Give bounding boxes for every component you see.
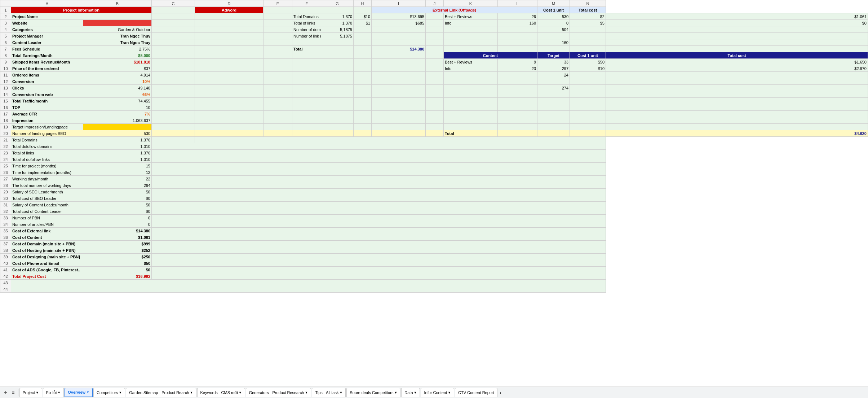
table-row: 44	[0, 286, 868, 293]
tab-keywords-cms-label: Keywords - CMS mới	[200, 390, 238, 395]
table-row: 28 The total number of working days 264	[0, 182, 868, 189]
add-sheet-button[interactable]: +	[2, 389, 9, 396]
col-header-l[interactable]: L	[498, 0, 537, 7]
tab-data-chevron[interactable]: ▼	[414, 391, 417, 394]
tabs-bar: + ≡ Project ▼ Fix lỗi ▼ Overview ▼ Compe…	[0, 386, 868, 398]
table-row: 33 Number of PBN 0	[0, 215, 868, 221]
tab-infor-content[interactable]: Infor Content ▼	[421, 388, 454, 397]
tab-tips-label: Tips - All task	[315, 390, 338, 395]
col-header-i[interactable]: I	[372, 0, 426, 7]
content-sub-header: Content	[444, 52, 537, 59]
table-row: 25 Time for project (months) 15	[0, 163, 868, 169]
tab-fix-loi-label: Fix lỗi	[46, 390, 57, 395]
col-header-j[interactable]: J	[426, 0, 444, 7]
spreadsheet: A B C D E F G H I J K L M N 1 Project In…	[0, 0, 868, 386]
totalcost-sub-header: Total cost	[606, 52, 868, 59]
tab-data[interactable]: Data ▼	[401, 388, 420, 397]
table-row: 39 Cost of Designing (main site + PBN] $…	[0, 254, 868, 260]
tab-fix-loi-chevron[interactable]: ▼	[57, 391, 61, 394]
target-sub-header: Target	[537, 52, 570, 59]
table-row: 7 Fees Schedule 2,75% Total $14.380	[0, 46, 868, 52]
col-header-row[interactable]	[0, 0, 11, 7]
col-header-h[interactable]: H	[354, 0, 372, 7]
table-row: 36 Cost of Content $1.061	[0, 234, 868, 241]
tab-infor-content-label: Infor Content	[424, 390, 447, 395]
table-row: 22 Total dofollow domains 1.010	[0, 143, 868, 150]
table-row: 14 Conversion from web 66%	[0, 91, 868, 98]
tab-generators[interactable]: Generators - Product Research ▼	[246, 388, 311, 397]
col-header-a[interactable]: A	[11, 0, 83, 7]
table-row: 1 Project Information Adword External Li…	[0, 7, 868, 13]
project-info-header: Project Information	[11, 7, 152, 13]
tab-soure-deals-chevron[interactable]: ▼	[394, 391, 397, 394]
tab-data-label: Data	[404, 390, 413, 395]
table-row: 27 Working days/month 22	[0, 176, 868, 182]
table-row: 5 Project Manager Tran Ngoc Thuy Number …	[0, 33, 868, 39]
tab-soure-deals[interactable]: Soure deals Competitors ▼	[346, 388, 400, 397]
table-row: 26 Time for implementation (months) 12	[0, 169, 868, 176]
total-project-cost-label: Total Project Cost	[11, 273, 83, 280]
tab-scroll-right[interactable]: ›	[498, 390, 503, 395]
table-row: 43	[0, 280, 868, 286]
table-row: 42 Total Project Cost $16.992	[0, 273, 868, 280]
table-row: 31 Salary of Content Leader/month $0	[0, 202, 868, 208]
tab-overview-chevron[interactable]: ▼	[86, 390, 89, 394]
table-row: 13 Clicks 49.140 274	[0, 85, 868, 91]
table-row: 30 Total cost of SEO Leader $0	[0, 195, 868, 202]
tab-garden-sitemap[interactable]: Garden Sitemap - Product Rearch ▼	[126, 388, 196, 397]
table-row: 10 Price of the item ordered $37 Info 23…	[0, 65, 868, 72]
table-row: 2 Project Name Total Domains 1.370 $10 $…	[0, 13, 868, 20]
tab-fix-loi[interactable]: Fix lỗi ▼	[43, 388, 64, 397]
tab-soure-deals-label: Soure deals Competitors	[350, 390, 393, 395]
table-row: 16 TOP 10	[0, 104, 868, 111]
table-row: 38 Cost of Hosting (main site + PBN) $25…	[0, 247, 868, 254]
table-row: 11 Ordered Items 4.914 24	[0, 72, 868, 78]
sheet-menu-button[interactable]: ≡	[9, 390, 17, 395]
table-row: 17 Average CTR 7%	[0, 111, 868, 117]
tab-ctv-content[interactable]: CTV Content Report	[455, 388, 497, 397]
tab-infor-content-chevron[interactable]: ▼	[448, 391, 451, 394]
column-headers: A B C D E F G H I J K L M N	[0, 0, 868, 7]
tab-separator	[18, 389, 18, 396]
col-header-m[interactable]: M	[537, 0, 570, 7]
tab-garden-sitemap-chevron[interactable]: ▼	[190, 391, 193, 394]
tab-competitors-label: Competitors	[97, 390, 118, 395]
tab-project[interactable]: Project ▼	[19, 388, 42, 397]
table-row: 9 Shipped Items Revenue/Month $181.818 B…	[0, 59, 868, 65]
col-header-b[interactable]: B	[83, 0, 152, 7]
table-row: 20 Number of landing pages SEO 530 Total…	[0, 130, 868, 137]
table-row: 4 Categories Garden & Outdoor Number of …	[0, 26, 868, 33]
table-row: 8 Total Earnings/Month $5.000 Content Ta…	[0, 52, 868, 59]
table-row: 32 Total cost of Content Leader $0	[0, 208, 868, 215]
tab-keywords-cms-chevron[interactable]: ▼	[239, 391, 242, 394]
totalcost-header: Total cost	[570, 7, 606, 13]
adword-header: Adword	[195, 7, 264, 13]
table-row: 6 Content Leader Tran Ngoc Thuy -160	[0, 39, 868, 46]
col-header-g[interactable]: G	[321, 0, 354, 7]
tab-tips[interactable]: Tips - All task ▼	[312, 388, 346, 397]
col-header-e[interactable]: E	[264, 0, 292, 7]
col-header-c[interactable]: C	[152, 0, 195, 7]
tab-tips-chevron[interactable]: ▼	[339, 391, 342, 394]
table-row: 34 Number of articles/PBN 0	[0, 221, 868, 228]
row-num: 1	[0, 7, 11, 13]
col-header-d[interactable]: D	[195, 0, 264, 7]
tab-generators-chevron[interactable]: ▼	[305, 391, 308, 394]
table-row: 19 Target Impression/Landingpage	[0, 124, 868, 130]
tab-project-chevron[interactable]: ▼	[36, 391, 39, 394]
table-row: 37 Cost of Domain (main site + PBN) $999	[0, 241, 868, 247]
tab-competitors[interactable]: Competitors ▼	[93, 388, 125, 397]
tab-competitors-chevron[interactable]: ▼	[119, 391, 122, 394]
table-row: 15 Total Traffic/month 74.455	[0, 98, 868, 104]
table-row: 29 Salary of SEO Leader/month $0	[0, 189, 868, 195]
table-row: 18 Impression 1.063.637	[0, 117, 868, 124]
col-header-k[interactable]: K	[444, 0, 498, 7]
table-row: 21 Total Domains 1.370	[0, 137, 868, 143]
table-row: 12 Conversion 10%	[0, 78, 868, 85]
col-header-n[interactable]: N	[570, 0, 606, 7]
col-header-f[interactable]: F	[292, 0, 321, 7]
cost1unit-header: Cost 1 unit	[537, 7, 570, 13]
tab-keywords-cms[interactable]: Keywords - CMS mới ▼	[197, 388, 245, 397]
tab-overview[interactable]: Overview ▼	[65, 388, 93, 397]
tab-overview-label: Overview	[68, 390, 85, 394]
